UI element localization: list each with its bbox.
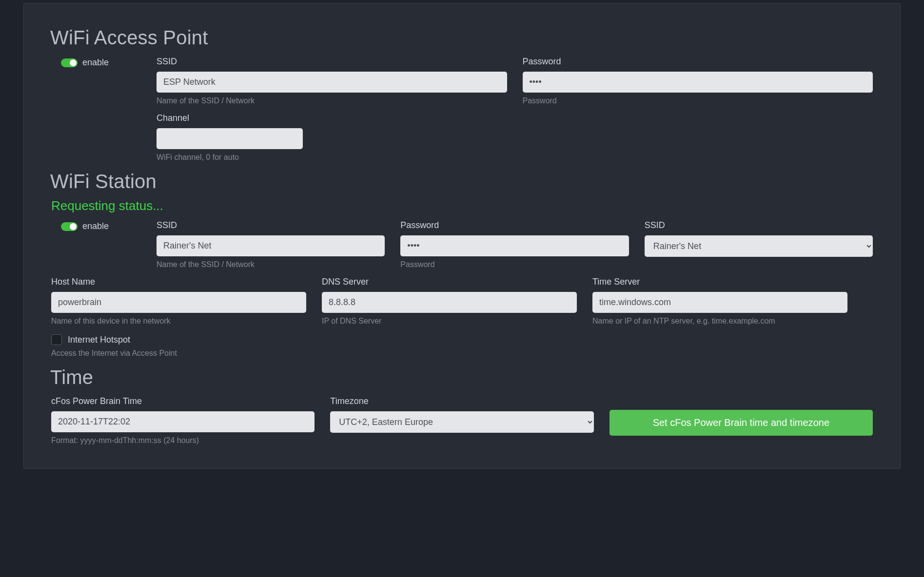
station-ssid-select-label: SSID (645, 220, 873, 231)
ap-ssid-help: Name of the SSID / Network (157, 96, 507, 105)
hotspot-checkbox[interactable] (51, 334, 62, 345)
time-input[interactable] (51, 411, 315, 432)
settings-card: WiFi Access Point enable SSID Name of th… (23, 3, 901, 469)
dns-label: DNS Server (322, 277, 577, 287)
station-password-input[interactable] (400, 235, 629, 256)
ap-channel-label: Channel (157, 113, 507, 123)
hostname-help: Name of this device in the network (51, 317, 306, 326)
timeserver-input[interactable] (592, 292, 847, 313)
ap-enable-toggle-wrap: enable (61, 58, 109, 68)
ap-enable-label: enable (82, 58, 109, 68)
timeserver-help: Name or IP of an NTP server, e.g. time.e… (592, 317, 847, 326)
ap-ssid-label: SSID (157, 57, 507, 67)
station-heading: WiFi Station (50, 171, 873, 192)
ap-enable-toggle[interactable] (61, 58, 78, 67)
station-ssid-help: Name of the SSID / Network (157, 260, 385, 269)
station-ssid-input[interactable] (157, 235, 385, 256)
station-enable-label: enable (82, 221, 109, 231)
ap-password-input[interactable] (523, 72, 873, 93)
timeserver-label: Time Server (592, 277, 847, 287)
dns-input[interactable] (322, 292, 577, 313)
station-password-label: Password (400, 220, 629, 231)
time-label: cFos Power Brain Time (51, 396, 315, 406)
set-time-button[interactable]: Set cFos Power Brain time and timezone (609, 410, 873, 436)
time-help: Format: yyyy-mm-ddThh:mm:ss (24 hours) (51, 436, 315, 445)
time-heading: Time (50, 366, 873, 388)
ap-channel-input[interactable] (157, 128, 303, 149)
tz-select[interactable]: UTC+2, Eastern Europe (330, 411, 593, 433)
station-enable-toggle-wrap: enable (61, 221, 109, 231)
ap-password-help: Password (523, 96, 873, 105)
hostname-label: Host Name (51, 277, 306, 287)
station-ssid-select[interactable]: Rainer's Net (645, 235, 873, 257)
ap-channel-help: WiFi channel, 0 for auto (157, 153, 507, 162)
station-status: Requesting status... (51, 198, 873, 213)
station-password-help: Password (400, 260, 629, 269)
hotspot-help: Access the Internet via Access Point (51, 349, 873, 358)
dns-help: IP of DNS Server (322, 317, 577, 326)
ap-heading: WiFi Access Point (50, 27, 873, 49)
hotspot-label: Internet Hotspot (68, 335, 130, 345)
hostname-input[interactable] (51, 292, 306, 313)
station-enable-toggle[interactable] (61, 222, 78, 231)
ap-ssid-input[interactable] (157, 72, 507, 93)
tz-label: Timezone (330, 396, 593, 406)
station-ssid-label: SSID (157, 220, 385, 231)
ap-password-label: Password (523, 57, 873, 67)
